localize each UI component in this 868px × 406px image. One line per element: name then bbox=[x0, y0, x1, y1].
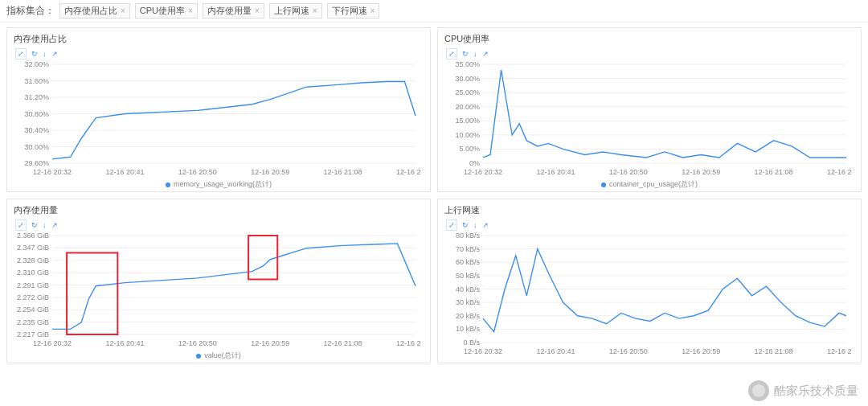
panel-title: CPU使用率 bbox=[438, 28, 861, 47]
zoom-icon[interactable]: ⤢ bbox=[15, 48, 27, 59]
svg-text:2.235 GiB: 2.235 GiB bbox=[17, 318, 49, 326]
svg-text:2.254 GiB: 2.254 GiB bbox=[17, 306, 49, 314]
svg-text:60 kB/s: 60 kB/s bbox=[456, 258, 481, 266]
svg-text:12-16 20:41: 12-16 20:41 bbox=[536, 347, 575, 355]
svg-text:35.00%: 35.00% bbox=[455, 61, 480, 68]
svg-text:2.272 GiB: 2.272 GiB bbox=[17, 293, 49, 301]
panel-title: 上行网速 bbox=[438, 199, 861, 218]
svg-text:12-16 20:32: 12-16 20:32 bbox=[33, 339, 72, 347]
svg-text:12-16 20:41: 12-16 20:41 bbox=[536, 168, 575, 176]
svg-text:12-16 20:59: 12-16 20:59 bbox=[682, 347, 720, 355]
legend-dot-icon bbox=[166, 182, 170, 187]
svg-text:40 kB/s: 40 kB/s bbox=[456, 285, 481, 293]
svg-text:12-16 20:59: 12-16 20:59 bbox=[682, 168, 720, 176]
svg-text:2.366 GiB: 2.366 GiB bbox=[17, 232, 49, 240]
watermark: 酷家乐技术质量 bbox=[748, 380, 858, 401]
close-icon[interactable]: × bbox=[188, 6, 193, 15]
export-icon[interactable]: ↗ bbox=[51, 221, 58, 229]
panel-toolbar: ⤢ ↻ ↓ ↗ bbox=[7, 47, 430, 61]
panel-title: 内存使用占比 bbox=[7, 28, 430, 47]
watermark-logo-icon bbox=[748, 380, 769, 401]
legend-dot-icon bbox=[601, 182, 606, 187]
svg-text:2.291 GiB: 2.291 GiB bbox=[17, 281, 49, 289]
legend: value(总计) bbox=[7, 351, 430, 363]
download-icon[interactable]: ↓ bbox=[473, 221, 477, 229]
svg-text:12-16 20:32: 12-16 20:32 bbox=[464, 168, 502, 176]
svg-text:30 kB/s: 30 kB/s bbox=[456, 298, 481, 306]
svg-text:25.00%: 25.00% bbox=[455, 88, 480, 96]
svg-text:2.328 GiB: 2.328 GiB bbox=[17, 256, 49, 265]
legend-dot-icon bbox=[196, 354, 201, 359]
export-icon[interactable]: ↗ bbox=[482, 50, 489, 58]
svg-text:12-16 21:17: 12-16 21:17 bbox=[827, 168, 851, 176]
svg-text:20 kB/s: 20 kB/s bbox=[456, 312, 481, 320]
chart-area[interactable]: 2.217 GiB2.235 GiB2.254 GiB2.272 GiB2.29… bbox=[7, 232, 430, 351]
download-icon[interactable]: ↓ bbox=[43, 50, 47, 58]
export-icon[interactable]: ↗ bbox=[51, 50, 58, 58]
export-icon[interactable]: ↗ bbox=[482, 221, 489, 229]
refresh-icon[interactable]: ↻ bbox=[462, 50, 469, 58]
panel-memory-amt: 内存使用量 ⤢ ↻ ↓ ↗ 2.217 GiB2.235 GiB2.254 Gi… bbox=[6, 199, 431, 363]
svg-text:12-16 21:08: 12-16 21:08 bbox=[755, 168, 793, 176]
chart-grid: 内存使用占比 ⤢ ↻ ↓ ↗ 29.60%30.00%30.40%30.80%3… bbox=[0, 23, 868, 367]
chart-area[interactable]: 0 B/s10 kB/s20 kB/s30 kB/s40 kB/s50 kB/s… bbox=[438, 232, 861, 359]
refresh-icon[interactable]: ↻ bbox=[462, 221, 469, 229]
svg-text:0%: 0% bbox=[469, 159, 480, 167]
svg-text:31.20%: 31.20% bbox=[24, 93, 49, 101]
close-icon[interactable]: × bbox=[313, 6, 317, 15]
panel-memory-ratio: 内存使用占比 ⤢ ↻ ↓ ↗ 29.60%30.00%30.40%30.80%3… bbox=[6, 27, 431, 192]
zoom-icon[interactable]: ⤢ bbox=[446, 48, 457, 59]
svg-text:12-16 21:08: 12-16 21:08 bbox=[324, 168, 362, 176]
svg-text:80 kB/s: 80 kB/s bbox=[456, 232, 481, 240]
svg-text:10.00%: 10.00% bbox=[455, 131, 480, 139]
metric-filter-row: 指标集合： 内存使用占比× CPU使用率× 内存使用量× 上行网速× 下行网速× bbox=[0, 0, 868, 23]
close-icon[interactable]: × bbox=[121, 6, 125, 15]
svg-text:12-16 20:41: 12-16 20:41 bbox=[105, 168, 144, 176]
chart-area[interactable]: 0%5.00%10.00%15.00%20.00%25.00%30.00%35.… bbox=[438, 61, 861, 179]
panel-toolbar: ⤢ ↻ ↓ ↗ bbox=[7, 218, 430, 232]
metric-tag[interactable]: CPU使用率× bbox=[135, 3, 198, 18]
refresh-icon[interactable]: ↻ bbox=[31, 50, 38, 58]
svg-text:70 kB/s: 70 kB/s bbox=[456, 245, 481, 253]
metric-tag[interactable]: 内存使用量× bbox=[203, 3, 264, 18]
download-icon[interactable]: ↓ bbox=[473, 50, 477, 58]
panel-cpu: CPU使用率 ⤢ ↻ ↓ ↗ 0%5.00%10.00%15.00%20.00%… bbox=[437, 27, 862, 192]
svg-text:30.00%: 30.00% bbox=[455, 75, 480, 83]
panel-title: 内存使用量 bbox=[7, 199, 430, 218]
zoom-icon[interactable]: ⤢ bbox=[15, 219, 27, 231]
svg-text:10 kB/s: 10 kB/s bbox=[456, 325, 481, 333]
download-icon[interactable]: ↓ bbox=[43, 221, 47, 229]
svg-text:30.80%: 30.80% bbox=[24, 110, 49, 118]
svg-text:12-16 21:17: 12-16 21:17 bbox=[396, 168, 420, 176]
svg-text:12-16 20:41: 12-16 20:41 bbox=[105, 339, 144, 347]
close-icon[interactable]: × bbox=[371, 6, 375, 15]
panel-toolbar: ⤢ ↻ ↓ ↗ bbox=[438, 218, 861, 232]
svg-text:32.00%: 32.00% bbox=[24, 61, 49, 68]
chart-area[interactable]: 29.60%30.00%30.40%30.80%31.20%31.60%32.0… bbox=[7, 61, 430, 179]
svg-text:29.60%: 29.60% bbox=[24, 159, 49, 167]
refresh-icon[interactable]: ↻ bbox=[31, 221, 38, 229]
svg-text:12-16 21:08: 12-16 21:08 bbox=[324, 339, 362, 347]
zoom-icon[interactable]: ⤢ bbox=[446, 219, 457, 231]
svg-text:31.60%: 31.60% bbox=[24, 77, 49, 85]
metric-tag[interactable]: 内存使用占比× bbox=[59, 3, 130, 18]
legend: container_cpu_usage(总计) bbox=[438, 179, 861, 191]
legend: memory_usage_working(总计) bbox=[7, 179, 430, 191]
panel-upnet: 上行网速 ⤢ ↻ ↓ ↗ 0 B/s10 kB/s20 kB/s30 kB/s4… bbox=[437, 199, 862, 363]
svg-text:12-16 21:08: 12-16 21:08 bbox=[755, 347, 793, 355]
svg-text:20.00%: 20.00% bbox=[455, 103, 480, 111]
metric-tag[interactable]: 下行网速× bbox=[327, 3, 380, 18]
svg-text:12-16 21:17: 12-16 21:17 bbox=[396, 339, 420, 347]
close-icon[interactable]: × bbox=[255, 6, 260, 15]
svg-text:12-16 20:32: 12-16 20:32 bbox=[33, 168, 72, 176]
svg-text:30.40%: 30.40% bbox=[24, 126, 49, 134]
svg-text:0 B/s: 0 B/s bbox=[463, 338, 480, 347]
svg-text:12-16 20:50: 12-16 20:50 bbox=[178, 168, 217, 176]
svg-text:5.00%: 5.00% bbox=[459, 145, 480, 153]
svg-text:12-16 20:50: 12-16 20:50 bbox=[609, 347, 648, 355]
metric-tag[interactable]: 上行网速× bbox=[269, 3, 322, 18]
svg-text:12-16 20:32: 12-16 20:32 bbox=[464, 347, 502, 355]
panel-toolbar: ⤢ ↻ ↓ ↗ bbox=[438, 47, 861, 61]
svg-text:12-16 20:50: 12-16 20:50 bbox=[609, 168, 648, 176]
svg-text:2.217 GiB: 2.217 GiB bbox=[17, 330, 49, 338]
